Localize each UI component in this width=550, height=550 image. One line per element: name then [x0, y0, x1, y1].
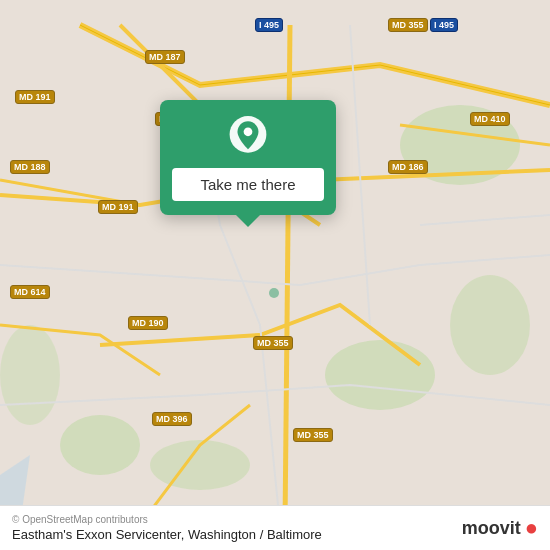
- road-label-md355-top: MD 355: [388, 18, 428, 32]
- road-label-md355-bot: MD 355: [293, 428, 333, 442]
- road-label-md410: MD 410: [470, 112, 510, 126]
- moovit-logo: moovit ●: [462, 515, 538, 541]
- osm-attribution: © OpenStreetMap contributors: [12, 514, 322, 525]
- popup-card: Take me there: [160, 100, 336, 215]
- svg-point-2: [325, 340, 435, 410]
- svg-point-4: [450, 275, 530, 375]
- road-label-md188: MD 188: [10, 160, 50, 174]
- road-label-md186: MD 186: [388, 160, 428, 174]
- road-label-md191-top: MD 191: [15, 90, 55, 104]
- svg-point-9: [244, 127, 253, 136]
- road-label-md191-mid: MD 191: [98, 200, 138, 214]
- road-label-md187: MD 187: [145, 50, 185, 64]
- road-label-md614: MD 614: [10, 285, 50, 299]
- location-name: Eastham's Exxon Servicenter, Washington …: [12, 527, 322, 542]
- road-label-md190: MD 190: [128, 316, 168, 330]
- moovit-wordmark: moovit: [462, 518, 521, 539]
- take-me-there-button[interactable]: Take me there: [172, 168, 324, 201]
- moovit-dot-icon: ●: [525, 515, 538, 541]
- bottom-left-info: © OpenStreetMap contributors Eastham's E…: [12, 514, 322, 542]
- location-pin-icon: [227, 116, 269, 158]
- bottom-bar: © OpenStreetMap contributors Eastham's E…: [0, 505, 550, 550]
- svg-point-6: [0, 325, 60, 425]
- road-label-md396: MD 396: [152, 412, 192, 426]
- road-label-md355-mid: MD 355: [253, 336, 293, 350]
- map-container: I 495 I 495 MD 355 MD 187 MD 191 MD 1 MD…: [0, 0, 550, 550]
- svg-point-7: [269, 288, 279, 298]
- svg-point-3: [60, 415, 140, 475]
- svg-point-5: [150, 440, 250, 490]
- road-label-i495-right: I 495: [430, 18, 458, 32]
- road-label-i495-left: I 495: [255, 18, 283, 32]
